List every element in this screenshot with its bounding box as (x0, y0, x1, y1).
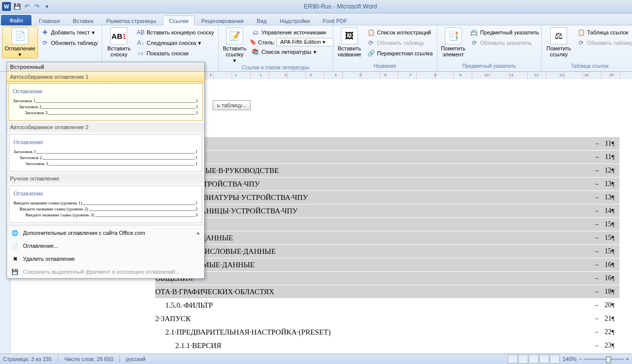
tab-insert[interactable]: Вставка (66, 15, 100, 25)
view-buttons[interactable] (508, 355, 560, 364)
ribbon-tabs: Файл Главная Вставка Разметка страницы С… (0, 13, 632, 25)
quick-access-toolbar: 💾 ↶ ↷ ▾ (13, 2, 51, 10)
undo-icon[interactable]: ↶ (23, 2, 31, 10)
smart-tag-update-table[interactable]: ь таблицу... (213, 100, 251, 110)
mark-citation-button[interactable]: ⚖ Пометить ссылку (544, 26, 574, 58)
index-icon: 📇 (470, 28, 478, 36)
group-label-index: Предметный указатель (439, 63, 539, 71)
status-words[interactable]: Число слов: 26 650 (64, 356, 113, 362)
mark-entry-button[interactable]: 📑 Пометить элемент (439, 26, 467, 58)
toc-entry[interactable]: ИСПОЛЬЗУЕМЫЕ·В·РУКОВОДСТВЕ→12¶ (155, 164, 620, 177)
mark-entry-icon: 📑 (445, 27, 462, 44)
gallery-item-manual[interactable]: Ручное оглавление (7, 174, 204, 183)
window-title: ER90-Rus - Microsoft Word (51, 3, 630, 10)
menu-custom-toc[interactable]: 📄Оглавление... (7, 239, 204, 252)
update-figures-button[interactable]: ⟳Обновить таблицу (365, 38, 435, 48)
show-notes-icon: ▭ (137, 49, 145, 57)
citation-style-row: 🔖 Стиль: APA Fifth Edition ▾ (250, 38, 333, 46)
manage-sources-button[interactable]: 🗂Управление источниками (250, 27, 333, 37)
status-bar: Страница: 3 из 155 Число слов: 26 650 ру… (0, 354, 632, 364)
caption-icon: 🖼 (341, 27, 358, 44)
qat-dropdown-icon[interactable]: ▾ (43, 2, 51, 10)
insert-citation-button[interactable]: 📝 Вставить ссылку▾ (221, 26, 249, 64)
toc-entry[interactable]: ВОВАНИЕ·УСТРОЙСТВА·ЧПУ→13¶ (155, 178, 620, 190)
tab-foxit[interactable]: Foxit PDF (316, 15, 354, 25)
endnote-icon: AB (137, 28, 145, 36)
group-label-captions: Названия (335, 63, 435, 71)
toc-entry[interactable]: ·БУКВЕННО-ЧИСЛОВЫЕ·ДАННЫЕ→15¶ (155, 245, 620, 258)
gallery-item-auto2[interactable]: Автособираемое оглавление 2 (7, 122, 204, 132)
update-figures-icon: ⟳ (367, 39, 375, 47)
update-index-icon: ⟳ (470, 39, 478, 47)
cross-reference-button[interactable]: 🔗Перекрестная ссылка (365, 48, 435, 58)
toc-entry[interactable]: ИСАНИЕ·КЛАВИАТУРЫ·УСТРОЙСТВА·ЧПУ→13¶ (155, 191, 620, 204)
status-page[interactable]: Страница: 3 из 155 (3, 356, 52, 362)
insert-endnote-button[interactable]: ABВставить концевую сноску (135, 27, 216, 37)
status-language[interactable]: русский (126, 356, 145, 362)
toc-icon: 📄 (11, 27, 28, 44)
tab-addins[interactable]: Надстройки (273, 15, 316, 25)
toa-icon: 📋 (577, 28, 585, 36)
manage-sources-icon: 🗂 (252, 28, 260, 36)
mark-citation-icon: ⚖ (550, 27, 567, 44)
redo-icon[interactable]: ↷ (33, 2, 41, 10)
gallery-preview-auto2[interactable]: Оглавление Заголовок 11 Заголовок 21 Заг… (9, 134, 202, 172)
toc-dialog-icon: 📄 (11, 242, 19, 250)
style-icon: 🔖 (250, 39, 257, 45)
update-icon: ⟳ (41, 39, 49, 47)
save-selection-icon: 💾 (11, 268, 19, 276)
toc-entry[interactable]: 2.1·ПРЕДВАРИТЕЛЬНАЯ·НАСТРОЙКА·(PRESET)→2… (165, 326, 620, 339)
toc-entry[interactable]: ·ЧИСЛОВЫЕ·ДАННЫЕ→15¶ (155, 231, 620, 244)
toc-entry[interactable]: ·НЕИЗМЕНЯЕМЫЕ·ДАННЫЕ→16¶ (155, 258, 620, 271)
zoom-level[interactable]: 140% (563, 356, 577, 362)
insert-caption-button[interactable]: 🖼 Вставить название (335, 26, 364, 58)
toc-entry[interactable]: Е→11¶ (155, 137, 620, 150)
zoom-slider[interactable]: 140% −+ (563, 356, 629, 362)
toc-entry[interactable]: 1.5.0.·ФИЛЬТР→20¶ (165, 299, 620, 312)
insert-toa-button[interactable]: 📋Таблица ссылок (575, 27, 632, 37)
toc-entry[interactable]: ИСАНИЕ·СТРАНИЦЫ·УСТРОЙСТВА·ЧПУ→14¶ (155, 204, 620, 217)
toc-entry[interactable]: 2.1.1·ВЕРСИЯ→23¶ (175, 339, 620, 352)
gallery-item-auto1[interactable]: Автособираемое оглавление 1 (6, 71, 205, 82)
menu-remove-toc[interactable]: ✖Удалить оглавление (7, 252, 204, 265)
tab-layout[interactable]: Разметка страницы (100, 15, 163, 25)
word-icon: W (2, 2, 11, 11)
toc-entry[interactable]: 2·ЗАПУСК→21¶ (155, 312, 620, 325)
gallery-preview-manual[interactable]: Оглавление Введите название главы (урове… (9, 185, 202, 223)
toc-button[interactable]: 📄 Оглавление▾ (2, 26, 38, 58)
citation-style-select[interactable]: APA Fifth Edition ▾ (277, 38, 333, 46)
bibliography-button[interactable]: 📚Список литературы ▾ (250, 47, 333, 57)
gallery-preview-auto1[interactable]: Оглавление Заголовок 11 Заголовок 21 Заг… (8, 83, 203, 121)
menu-save-selection: 💾Сохранить выделенный фрагмент в коллекц… (7, 265, 204, 278)
save-icon[interactable]: 💾 (13, 2, 21, 10)
toc-entry[interactable]: ОБЩЕНИЯ→16¶ (155, 272, 620, 285)
toc-entry[interactable]: Д·ДАННЫХ→15¶ (155, 218, 620, 231)
next-footnote-icon: A↓ (137, 39, 145, 47)
show-notes-button[interactable]: ▭Показать сноски (135, 48, 216, 58)
toc-gallery-dropdown: Встроенный Автособираемое оглавление 1 О… (6, 62, 205, 279)
update-toc-button[interactable]: ⟳Обновить таблицу (39, 38, 100, 48)
next-footnote-button[interactable]: A↓Следующая сноска ▾ (135, 38, 216, 48)
insert-index-button[interactable]: 📇Предметный указатель (468, 27, 541, 37)
bibliography-icon: 📚 (252, 48, 260, 56)
tab-home[interactable]: Главная (32, 15, 66, 25)
cross-ref-icon: 🔗 (367, 49, 375, 57)
tab-view[interactable]: Вид (250, 15, 273, 25)
update-toa-button[interactable]: ⟳Обновить таблицу (575, 38, 632, 48)
insert-footnote-button[interactable]: AB1 Вставить сноску (104, 26, 134, 58)
toc-entry[interactable]: ФУНКЦИИ→11¶ (155, 151, 620, 164)
table-of-figures-button[interactable]: 📋Список иллюстраций (365, 27, 435, 37)
add-text-icon: ✚ (41, 28, 49, 36)
add-text-button[interactable]: ✚Добавить текст ▾ (39, 27, 100, 37)
update-index-button[interactable]: ⟳Обновить указатель (468, 38, 541, 48)
toc-entry[interactable]: ОТА·В·ГРАФИЧЕСКИХ·ОБЛАСТЯХ→18¶ (155, 285, 620, 298)
update-toa-icon: ⟳ (577, 39, 585, 47)
group-label-toa: Таблица ссылок (544, 63, 632, 71)
menu-more-office[interactable]: 🌐Дополнительные оглавления с сайта Offic… (7, 226, 204, 239)
footnote-icon: AB1 (110, 27, 127, 44)
office-icon: 🌐 (11, 229, 19, 237)
group-label-citations: Ссылки и списки литературы (221, 64, 330, 71)
tab-references[interactable]: Ссылки (163, 15, 195, 25)
tab-file[interactable]: Файл (1, 15, 31, 25)
tab-review[interactable]: Рецензирование (195, 15, 250, 25)
